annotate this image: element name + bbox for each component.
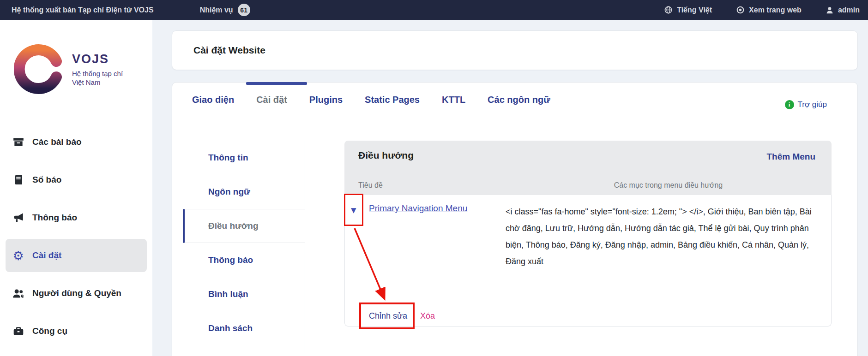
subnav-item-danh-sach[interactable]: Danh sách: [183, 311, 305, 345]
tab-kttl[interactable]: KTTL: [442, 95, 465, 105]
sidebar-item-label: Người dùng & Quyền: [32, 288, 121, 298]
column-header-title: Tiêu đề: [344, 181, 505, 190]
page-title: Cài đặt Website: [193, 45, 265, 56]
sidebar-item-label: Số báo: [32, 175, 61, 185]
language-label: Tiếng Việt: [677, 6, 712, 14]
column-header-items: Các mục trong menu điều hướng: [505, 181, 832, 190]
row-expander-cell: ▼: [345, 202, 369, 326]
sidebar-item-tools[interactable]: Công cụ: [6, 314, 147, 348]
sidebar-nav: Các bài báo Số báo Thông: [6, 125, 147, 348]
view-site-label: Xem trang web: [749, 6, 802, 14]
subnav-item-thong-tin[interactable]: Thông tin: [183, 141, 305, 175]
logo-text: VOJS Hệ thống tạp chí Việt Nam: [72, 52, 123, 87]
menu-title-link[interactable]: Primary Navigation Menu: [369, 203, 467, 213]
sidebar: VOJS Hệ thống tạp chí Việt Nam Các bài b…: [0, 20, 152, 356]
language-menu[interactable]: Tiếng Việt: [664, 6, 712, 14]
user-menu[interactable]: admin: [826, 6, 860, 14]
logo[interactable]: VOJS Hệ thống tạp chí Việt Nam: [14, 44, 147, 95]
tab-cac-ngon-ngu[interactable]: Các ngôn ngữ: [488, 95, 550, 105]
sidebar-item-articles[interactable]: Các bài báo: [6, 125, 147, 159]
row-items-cell: <i class="fas fa-home" style="font-size:…: [506, 202, 831, 326]
topbar: Hệ thống xuất bản Tạp chí Điện tử VOJS N…: [0, 0, 868, 20]
sidebar-item-users-roles[interactable]: Người dùng & Quyền: [6, 277, 147, 310]
subnav-item-dieu-huong[interactable]: Điều hướng: [183, 209, 305, 243]
tab-plugins[interactable]: Plugins: [309, 95, 343, 105]
caret-down-icon[interactable]: ▼: [351, 206, 356, 214]
logo-title: VOJS: [72, 52, 123, 66]
vojs-logo-mark-icon: [14, 44, 65, 95]
view-site-link[interactable]: Xem trang web: [736, 6, 802, 14]
sidebar-item-label: Các bài báo: [32, 137, 82, 147]
book-icon: [12, 174, 24, 186]
help-label: Trợ giúp: [798, 100, 827, 109]
info-icon: i: [785, 100, 794, 109]
settings-card: Giao diện Cài đặt Plugins Static Pages K…: [172, 82, 858, 356]
tab-static-pages[interactable]: Static Pages: [365, 95, 420, 105]
subnav-item-thong-bao[interactable]: Thông báo: [183, 243, 305, 277]
users-icon: [12, 287, 24, 300]
delete-link[interactable]: Xóa: [420, 311, 435, 321]
app-title: Hệ thống xuất bản Tạp chí Điện tử VOJS: [12, 6, 154, 14]
logo-subtitle: Hệ thống tạp chí Việt Nam: [72, 69, 123, 87]
user-icon: [826, 6, 834, 14]
edit-link[interactable]: Chỉnh sửa: [369, 311, 407, 321]
active-tab-indicator: [246, 82, 307, 85]
settings-subnav: Thông tin Ngôn ngữ Điều hướng Thông báo …: [183, 141, 305, 354]
globe-icon: [664, 6, 673, 14]
toolbox-icon: [12, 325, 24, 338]
table-row: ▼ Primary Navigation Menu <i class="fas …: [344, 195, 832, 326]
tab-giao-dien[interactable]: Giao diện: [192, 95, 234, 105]
tasks-menu[interactable]: Nhiệm vụ 61: [200, 4, 250, 16]
page-title-card: Cài đặt Website: [172, 30, 858, 70]
sidebar-item-announcements[interactable]: Thông báo: [6, 201, 147, 234]
row-title-cell: Primary Navigation Menu: [369, 202, 506, 326]
username: admin: [838, 6, 860, 14]
megaphone-icon: [12, 212, 24, 224]
add-menu-button[interactable]: Thêm Menu: [766, 152, 815, 162]
navigation-panel-header: Điều hướng Thêm Menu Tiêu đề Các mục tro…: [344, 141, 832, 195]
gear-icon: ⚙: [12, 249, 24, 262]
tabs-row: Giao diện Cài đặt Plugins Static Pages K…: [172, 83, 857, 109]
navigation-panel: Điều hướng Thêm Menu Tiêu đề Các mục tro…: [344, 141, 832, 354]
help-link[interactable]: i Trợ giúp: [785, 100, 827, 109]
main-content: Cài đặt Website Giao diện Cài đặt Plugin…: [152, 20, 868, 356]
eye-icon: [736, 6, 745, 14]
sidebar-item-settings[interactable]: ⚙ Cài đặt: [6, 239, 147, 272]
topbar-right: Tiếng Việt Xem trang web admin: [664, 6, 860, 14]
sidebar-item-label: Cài đặt: [32, 250, 61, 261]
menu-items-text: <i class="fas fa-home" style="font-size:…: [506, 203, 817, 270]
sidebar-item-issues[interactable]: Số báo: [6, 163, 147, 196]
archive-icon: [12, 136, 24, 148]
sidebar-item-label: Thông báo: [32, 213, 77, 223]
tab-cai-dat[interactable]: Cài đặt: [256, 95, 287, 105]
panel-title: Điều hướng: [344, 141, 832, 161]
subnav-item-ngon-ngu[interactable]: Ngôn ngữ: [183, 175, 305, 209]
subnav-item-binh-luan[interactable]: Bình luận: [183, 277, 305, 311]
row-actions: Chỉnh sửa Xóa: [369, 311, 435, 321]
sidebar-item-label: Công cụ: [32, 326, 67, 336]
tasks-count-badge: 61: [238, 4, 250, 16]
table-column-headers: Tiêu đề Các mục trong menu điều hướng: [344, 181, 832, 190]
settings-panel: Thông tin Ngôn ngữ Điều hướng Thông báo …: [172, 141, 857, 354]
tasks-label: Nhiệm vụ: [200, 6, 233, 14]
